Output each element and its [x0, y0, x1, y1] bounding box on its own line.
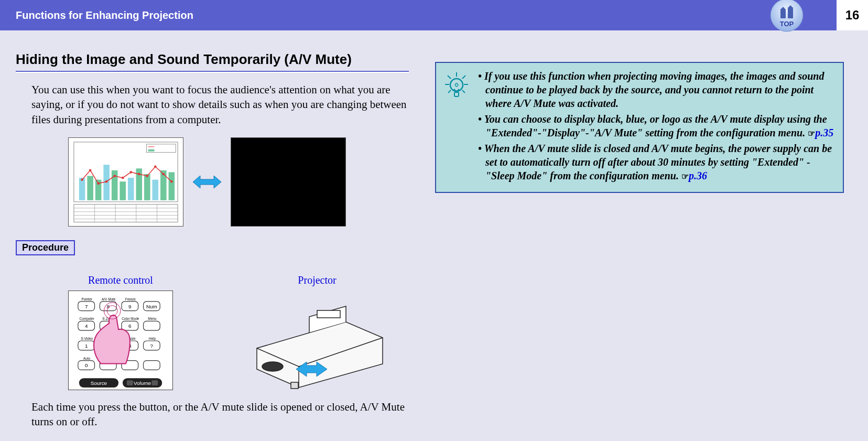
pointer-hand-icon: ☞: [808, 129, 815, 138]
tip-item: You can choose to display black, blue, o…: [478, 112, 836, 139]
svg-rect-18: [144, 174, 150, 200]
section-title: Hiding the Image and Sound Temporarily (…: [16, 51, 409, 68]
svg-rect-91: [127, 380, 133, 385]
svg-rect-95: [291, 382, 298, 389]
page-number: 16: [837, 0, 868, 30]
remote-control-label: Remote control: [68, 274, 173, 286]
tip-item: When the A/V mute slide is closed and A/…: [478, 142, 836, 182]
svg-rect-28: [130, 171, 132, 173]
page-ref-link[interactable]: p.36: [689, 170, 707, 181]
page-ref-link[interactable]: p.35: [815, 127, 833, 138]
svg-text:4: 4: [85, 323, 88, 329]
svg-rect-104: [454, 92, 459, 96]
svg-text:7: 7: [85, 304, 88, 309]
tip-list: If you use this function when projecting…: [478, 69, 836, 185]
svg-rect-9: [148, 149, 155, 152]
svg-rect-32: [162, 173, 165, 175]
av-mute-illustration: [68, 137, 409, 227]
svg-text:Volume: Volume: [134, 380, 151, 386]
svg-rect-1: [780, 10, 786, 18]
svg-point-103: [450, 79, 463, 91]
muted-black-screen: [231, 137, 346, 227]
title-underline: [16, 71, 409, 73]
svg-point-94: [262, 362, 283, 371]
svg-text:S-Video: S-Video: [81, 337, 93, 340]
header-bar: Functions for Enhancing Projection TOP: [0, 0, 837, 30]
svg-rect-14: [112, 170, 118, 200]
remote-control-illustration: Pointer7A/V Mute8Freeze9NumComputer4E-Zo…: [68, 291, 173, 390]
volume-down-icon: [127, 380, 133, 385]
projector-illustration: [241, 291, 393, 390]
volume-up-icon: [151, 380, 158, 385]
svg-rect-23: [89, 169, 91, 171]
svg-rect-10: [79, 178, 85, 200]
svg-text:Freeze: Freeze: [125, 297, 136, 301]
svg-rect-84: [144, 361, 160, 370]
svg-rect-19: [153, 180, 159, 200]
top-label: TOP: [780, 20, 794, 28]
intro-paragraph: You can use this when you want to focus …: [16, 82, 409, 127]
svg-text:9: 9: [128, 304, 132, 309]
svg-text:Source: Source: [91, 380, 107, 386]
header-title: Functions for Enhancing Projection: [16, 9, 193, 21]
svg-text:Pointer: Pointer: [82, 297, 93, 301]
svg-rect-21: [169, 172, 175, 200]
projected-screen-chart: [68, 137, 183, 227]
svg-text:Num: Num: [146, 304, 157, 309]
svg-marker-43: [193, 176, 221, 188]
svg-rect-16: [128, 178, 134, 200]
svg-line-98: [462, 76, 465, 79]
svg-line-101: [448, 90, 451, 93]
svg-text:Computer: Computer: [80, 317, 95, 321]
svg-text:Auto: Auto: [83, 357, 91, 360]
svg-rect-33: [170, 180, 172, 182]
svg-line-102: [462, 90, 465, 93]
svg-rect-27: [122, 177, 124, 179]
svg-text:Color Mode: Color Mode: [122, 317, 139, 320]
svg-rect-66: [144, 321, 160, 330]
svg-text:1: 1: [85, 343, 88, 349]
svg-text:Help: Help: [149, 337, 156, 341]
tip-item: If you use this function when projecting…: [478, 69, 836, 110]
svg-text:0: 0: [85, 362, 88, 368]
svg-rect-92: [151, 380, 158, 385]
svg-rect-30: [146, 175, 148, 177]
pointer-hand-icon: ☞: [681, 172, 689, 181]
svg-rect-22: [81, 179, 83, 181]
double-arrow-icon: [193, 175, 221, 189]
svg-rect-15: [120, 181, 126, 200]
svg-text:?: ?: [150, 343, 154, 349]
procedure-label: Procedure: [16, 240, 75, 255]
svg-rect-29: [138, 173, 140, 175]
svg-rect-34: [74, 205, 178, 222]
lightbulb-tip-icon: [443, 71, 470, 185]
svg-rect-31: [154, 166, 156, 168]
projector-label: Projector: [241, 274, 393, 286]
svg-text:6: 6: [128, 323, 132, 329]
procedure-footer-text: Each time you press the button, or the A…: [16, 400, 409, 429]
svg-rect-3: [788, 8, 793, 18]
tip-box: If you use this function when projecting…: [435, 62, 844, 193]
svg-rect-11: [87, 176, 93, 200]
svg-rect-24: [97, 182, 100, 185]
svg-text:A/V Mute: A/V Mute: [102, 297, 116, 301]
svg-rect-26: [114, 175, 116, 177]
svg-rect-93: [317, 310, 340, 318]
svg-line-97: [448, 76, 451, 79]
top-home-icon[interactable]: TOP: [769, 0, 804, 33]
svg-text:Menu: Menu: [148, 317, 156, 320]
svg-rect-25: [105, 180, 107, 182]
